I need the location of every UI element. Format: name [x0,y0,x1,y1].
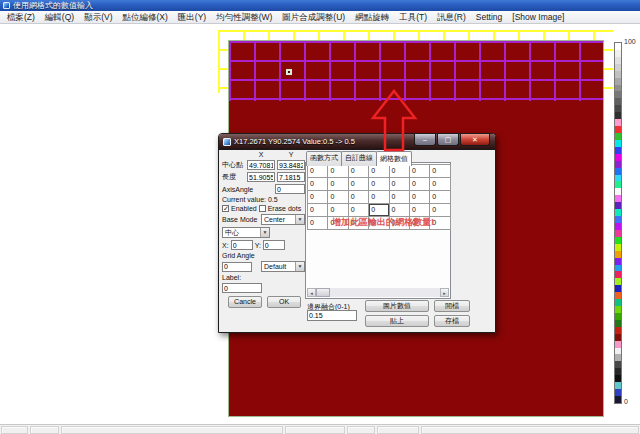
axis-angle-field[interactable] [275,184,305,194]
ok-button[interactable]: OK [267,296,301,308]
dialog-tab[interactable]: 函數方式 [306,151,342,166]
window-titlebar[interactable]: 使用網格式的數值輸入 [0,0,640,11]
base-mode-select[interactable]: Center ▼ [261,214,305,225]
paste-button[interactable]: 貼上 [365,315,429,327]
cancel-button[interactable]: Cancle [228,296,262,308]
color-scale-segment [615,382,621,389]
grid-value-cell[interactable]: 0 [328,165,348,178]
menu-item[interactable]: 工具(T) [394,11,432,23]
color-scale-segment [615,389,621,396]
grid-value-cell[interactable]: 0 [349,165,369,178]
color-scale-segment [615,64,621,71]
grid-value-cell[interactable]: 0 [369,191,389,204]
grid-value-cell[interactable]: 0 [308,191,328,204]
window-title: 使用網格式的數值輸入 [13,1,93,10]
grid-horizontal-scrollbar[interactable]: ◂ ▸ [307,288,449,297]
menu-item[interactable]: 網點旋轉 [350,11,394,23]
color-scale-bar [614,42,622,404]
grid-value-cell[interactable]: 0 [430,191,450,204]
grid-value-cell[interactable]: 0 [390,191,410,204]
status-bar-segment [421,426,639,434]
enabled-label: Enabled [231,205,257,212]
offset-y-field[interactable] [263,240,285,250]
menu-item[interactable]: 均勻性調整(W) [211,11,277,23]
image-values-button[interactable]: 圖片數值 [365,300,429,312]
color-scale-segment [615,320,621,327]
anchor-select[interactable]: 中心 ▼ [222,227,270,238]
grid-value-cell[interactable]: 0 [369,178,389,191]
menu-item[interactable]: 顯示(V) [79,11,117,23]
edge-blend-field[interactable] [307,310,357,321]
color-scale-segment [615,361,621,368]
grid-value-cell[interactable]: 0 [410,178,430,191]
scroll-left-icon[interactable]: ◂ [307,288,316,297]
app-icon [3,2,10,9]
label-field[interactable] [222,283,262,293]
color-scale-segment [615,57,621,64]
color-scale-segment [615,181,621,188]
menu-item[interactable]: 訊息(R) [432,11,471,23]
menu-item[interactable]: Setting [471,11,507,23]
grid-value-cell[interactable]: 0 [390,165,410,178]
grid-value-cell[interactable]: 0 [349,191,369,204]
erase-dots-checkbox[interactable] [259,205,266,212]
menu-item[interactable]: 檔案(Z) [2,11,40,23]
open-file-button[interactable]: 開檔 [434,300,470,312]
grid-value-cell[interactable]: 0 [369,165,389,178]
erase-dots-label: Erase dots [268,205,301,212]
color-scale-segment [615,271,621,278]
status-bar-segment [285,426,345,434]
grid-value-cell[interactable]: 0 [328,191,348,204]
save-file-button[interactable]: 存檔 [434,315,470,327]
color-scale-segment [615,119,621,126]
grid-value-cell[interactable]: 0 [308,178,328,191]
chevron-down-icon: ▼ [260,228,269,237]
grid-value-cell[interactable]: 0 [430,165,450,178]
scrollbar-thumb[interactable] [316,288,330,297]
color-scale-segment [615,251,621,258]
offset-x-field[interactable] [231,240,253,250]
color-scale-segment [615,299,621,306]
length-y-field[interactable] [277,172,305,182]
menu-item[interactable]: 點位編修(X) [117,11,172,23]
grid-angle-field[interactable] [222,262,252,272]
axis-angle-label: AxisAngle [222,186,253,193]
dialog-titlebar[interactable]: X17.2671 Y90.2574 Value:0.5 -> 0.5 – ▢ ✕ [219,134,495,150]
color-scale-segment [615,368,621,375]
color-scale-segment [615,216,621,223]
color-scale-segment [615,230,621,237]
selected-point-marker[interactable] [286,69,292,75]
color-scale-segment [615,43,621,50]
grid-value-cell[interactable]: 0 [410,165,430,178]
color-scale-segment [615,396,621,403]
menu-bar: 檔案(Z)編輯(Q)顯示(V)點位編修(X)匯出(Y)均勻性調整(W)圖片合成調… [0,11,640,24]
color-scale-segment [615,133,621,140]
grid-value-cell[interactable]: 0 [349,178,369,191]
grid-angle-mode-select[interactable]: Default ▼ [261,261,305,272]
menu-item[interactable]: [Show Image] [507,11,569,23]
column-header-y: Y [277,151,305,158]
color-scale-segment [615,223,621,230]
base-mode-value: Center [264,216,285,223]
menu-item[interactable]: 圖片合成調整(U) [277,11,350,23]
grid-value-cell[interactable]: 0 [308,165,328,178]
close-icon[interactable]: ✕ [460,134,490,146]
status-bar-segment [61,426,283,434]
scroll-right-icon[interactable]: ▸ [440,288,449,297]
enabled-checkbox[interactable]: ✓ [222,205,229,212]
color-scale-segment [615,341,621,348]
grid-value-cell[interactable]: 0 [390,178,410,191]
menu-item[interactable]: 匯出(Y) [173,11,211,23]
maximize-icon[interactable]: ▢ [437,134,459,146]
length-x-field[interactable] [247,172,275,182]
center-y-field[interactable] [277,160,305,170]
grid-value-cell[interactable]: 0 [308,204,328,217]
grid-value-cell[interactable]: 0 [430,178,450,191]
menu-item[interactable]: 編輯(Q) [40,11,79,23]
grid-value-cell[interactable]: 0 [308,217,328,230]
dialog-body: X Y 中心點 長度 AxisAngle [219,150,495,332]
center-x-field[interactable] [247,160,275,170]
grid-value-cell[interactable]: 0 [328,178,348,191]
grid-value-cell[interactable]: 0 [410,191,430,204]
annotation-note-text: 增加此區輸出的網格數量! [332,216,434,229]
